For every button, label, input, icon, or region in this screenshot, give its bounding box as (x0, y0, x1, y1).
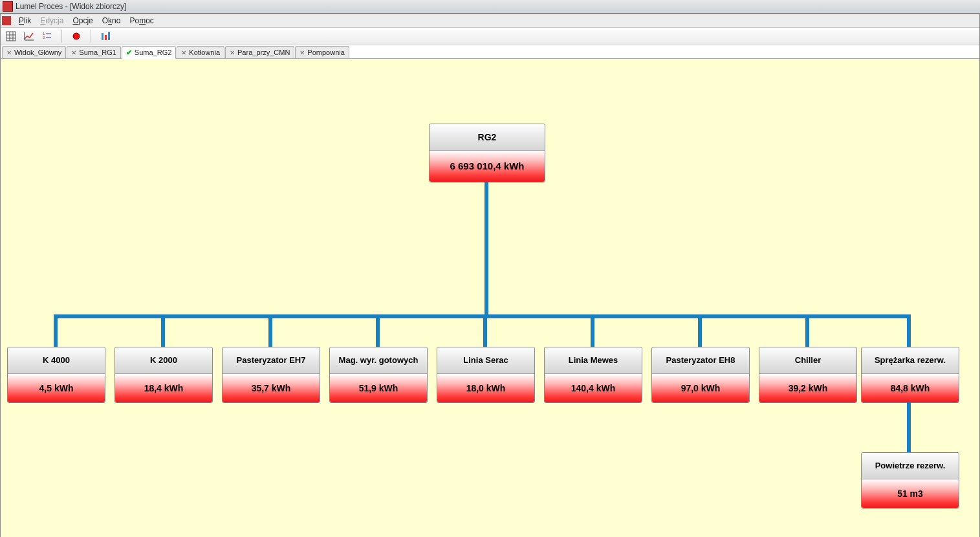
node-linia-mewes[interactable]: Linia Mewes 140,4 kWh (544, 347, 642, 403)
node-k-4000[interactable]: K 4000 4,5 kWh (7, 347, 105, 403)
app-icon (3, 1, 13, 12)
node-pasteryzator-eh8[interactable]: Pasteryzator EH8 97,0 kWh (651, 347, 750, 403)
close-icon: ✕ (71, 49, 76, 56)
node-header: Chiller (759, 347, 856, 374)
node-sprezarka-rezerw[interactable]: Sprężarka rezerw. 84,8 kWh (861, 347, 959, 403)
tab-label: Pompownia (307, 49, 344, 56)
node-chiller[interactable]: Chiller 39,2 kWh (759, 347, 857, 403)
close-icon: ✕ (230, 49, 235, 56)
window-title: Lumel Proces - [Widok zbiorczy] (16, 2, 126, 11)
close-icon: ✕ (181, 49, 186, 56)
check-icon: ✔ (126, 49, 132, 57)
node-linia-serac[interactable]: Linia Serac 18,0 kWh (437, 347, 535, 403)
tab-kotlownia[interactable]: ✕Kotłownia (177, 46, 224, 58)
connector-line (161, 314, 165, 347)
node-header: Pasteryzator EH7 (223, 347, 320, 374)
menu-app-icon (2, 16, 11, 25)
node-value: 51,9 kWh (330, 374, 427, 402)
tab-para-przy-cmn[interactable]: ✕Para_przy_CMN (225, 46, 294, 58)
node-pasteryzator-eh7[interactable]: Pasteryzator EH7 35,7 kWh (222, 347, 320, 403)
svg-rect-13 (105, 35, 107, 40)
svg-rect-14 (108, 32, 110, 40)
toolbar-separator (61, 30, 62, 43)
node-value: 18,0 kWh (437, 374, 534, 402)
node-header: K 2000 (115, 347, 212, 374)
tab-label: Widok_Główny (14, 49, 61, 56)
close-icon: ✕ (299, 49, 305, 56)
connector-line (698, 314, 702, 347)
tab-label: Para_przy_CMN (237, 49, 290, 56)
toolbar-separator (91, 30, 91, 43)
connector-line (805, 314, 809, 347)
connector-line (907, 314, 911, 347)
numlist-icon[interactable]: 12 (41, 30, 54, 43)
tab-suma-rg1[interactable]: ✕Suma_RG1 (67, 46, 120, 58)
connector-line (907, 402, 911, 452)
menu-plik[interactable]: Plik (15, 16, 35, 26)
node-value: 140,4 kWh (545, 374, 642, 402)
node-value: 84,8 kWh (862, 374, 959, 402)
node-k-2000[interactable]: K 2000 18,4 kWh (114, 347, 213, 403)
tabstrip: ✕Widok_Główny ✕Suma_RG1 ✔Suma_RG2 ✕Kotło… (1, 45, 979, 59)
menu-edycja[interactable]: Edycja (36, 16, 67, 26)
menu-opcje[interactable]: Opcje (69, 16, 96, 26)
node-value: 39,2 kWh (759, 374, 856, 402)
alert-bulb-icon[interactable] (70, 30, 83, 43)
node-header: K 4000 (8, 347, 105, 374)
grid-icon[interactable] (5, 30, 17, 43)
node-header: Powietrze rezerw. (862, 453, 959, 479)
svg-rect-12 (102, 33, 103, 40)
svg-text:2: 2 (43, 36, 45, 39)
chart-icon[interactable] (23, 30, 36, 43)
node-value: 35,7 kWh (223, 374, 320, 402)
svg-point-11 (73, 33, 80, 39)
node-value: 51 m3 (862, 479, 959, 508)
svg-rect-0 (6, 32, 16, 41)
node-header: Mag. wyr. gotowych (330, 347, 427, 374)
tab-pompownia[interactable]: ✕Pompownia (295, 46, 349, 58)
menubar: Plik Edycja Opcje Okno Pomoc (1, 14, 979, 28)
node-powietrze-rezerw[interactable]: Powietrze rezerw. 51 m3 (861, 452, 959, 509)
node-header: RG2 (430, 124, 545, 151)
columns-icon[interactable] (99, 30, 112, 43)
tab-label: Suma_RG1 (79, 49, 116, 56)
toolbar: 12 (1, 28, 979, 45)
menu-okno[interactable]: Okno (98, 16, 125, 26)
node-header: Pasteryzator EH8 (652, 347, 749, 374)
connector-line (485, 182, 488, 314)
window-titlebar: Lumel Proces - [Widok zbiorczy] (0, 0, 980, 14)
connector-line (483, 314, 487, 347)
tab-label: Suma_RG2 (135, 49, 171, 56)
node-rg2[interactable]: RG2 6 693 010,4 kWh (429, 124, 545, 182)
node-header: Linia Serac (437, 347, 534, 374)
connector-line (268, 314, 272, 347)
node-header: Sprężarka rezerw. (862, 347, 959, 374)
node-mag-wyr-gotowych[interactable]: Mag. wyr. gotowych 51,9 kWh (329, 347, 428, 403)
node-value: 4,5 kWh (8, 374, 105, 402)
node-header: Linia Mewes (545, 347, 642, 374)
close-icon: ✕ (6, 49, 12, 56)
diagram-canvas: RG2 6 693 010,4 kWh K 4000 4,5 kWh K 200… (1, 59, 979, 537)
connector-line (54, 314, 911, 318)
node-value: 97,0 kWh (652, 374, 749, 402)
connector-line (591, 314, 594, 347)
menu-pomoc[interactable]: Pomoc (125, 16, 157, 26)
connector-line (376, 314, 380, 347)
tab-suma-rg2[interactable]: ✔Suma_RG2 (122, 46, 176, 59)
node-value: 6 693 010,4 kWh (430, 151, 545, 182)
tab-label: Kotłownia (189, 49, 220, 56)
tab-widok-glowny[interactable]: ✕Widok_Główny (2, 46, 66, 58)
connector-line (54, 314, 58, 347)
node-value: 18,4 kWh (115, 374, 212, 402)
